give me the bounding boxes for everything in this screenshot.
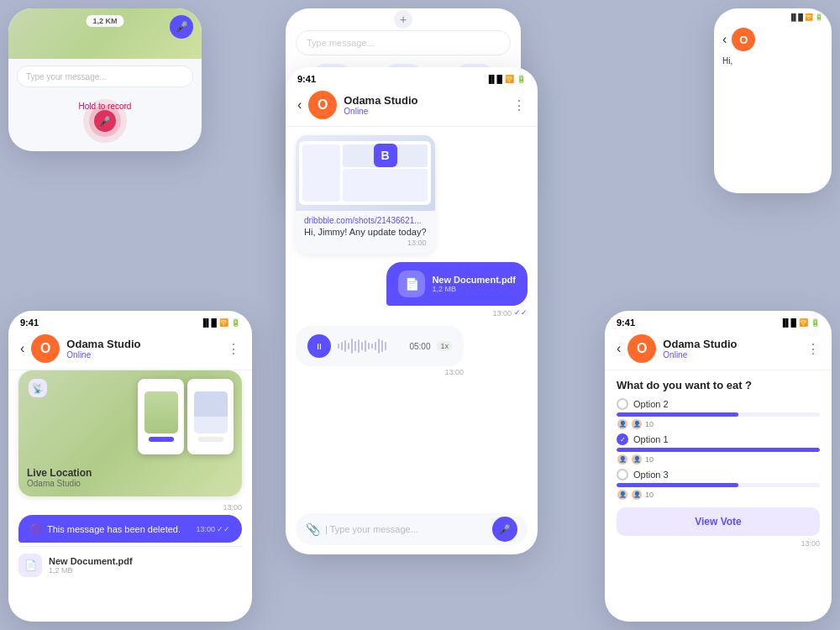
location-document-row: 📄 New Document.pdf 1,2 MB (18, 546, 242, 584)
poll-option-1[interactable]: Option 1 👤 👤 10 (617, 433, 820, 465)
battery-icon: 🔋 (815, 13, 823, 21)
mic-button-main[interactable]: 🎤 (492, 517, 517, 542)
deleted-icon: 🚫 (30, 523, 42, 534)
location-signal-icon: ▐▌█ (201, 318, 217, 327)
poll-option-1-bar-fill (617, 448, 820, 452)
distance-badge: 1,2 KM (86, 15, 123, 27)
location-battery-icon: 🔋 (231, 318, 240, 327)
poll-option-2-count: 👤 👤 10 (617, 418, 820, 430)
poll-option-1-bar-track (617, 448, 820, 452)
poll-contact-avatar: O (627, 334, 656, 363)
poll-question-text: What do you want to eat ? (617, 379, 820, 391)
chat-body: B dribbble.com/shots/21436621... Hi, Jim… (286, 127, 538, 513)
poll-more-button[interactable]: ⋮ (806, 341, 820, 357)
location-more-button[interactable]: ⋮ (227, 341, 240, 357)
link-preview-text: dribbble.com/shots/21436621... Hi, Jimmy… (296, 211, 435, 254)
location-contact-name: Odama Studio (66, 338, 220, 350)
pause-button[interactable]: ⏸ (307, 334, 331, 358)
poll-option-2-bar-fill (617, 412, 738, 417)
audio-speed[interactable]: 1x (437, 341, 452, 351)
poll-avatar-2: 👤 (631, 418, 643, 430)
live-location-map: 📡 ✕ Live Location Odama Studio (18, 370, 242, 496)
poll-avatar-3: 👤 (617, 454, 628, 465)
link-url[interactable]: dribbble.com/shots/21436621... (304, 216, 427, 225)
message-time-link: 13:00 (304, 239, 427, 247)
poll-contact-name: Odama Studio (663, 338, 800, 350)
back-button[interactable]: ‹ (297, 97, 302, 113)
chat-input-placeholder: | Type your message... (325, 524, 487, 534)
poll-avatar-6: 👤 (631, 489, 643, 501)
poll-status-bar: 9:41 ▐▌█ 🛜 🔋 (605, 311, 832, 331)
poll-option-2-radio[interactable] (617, 398, 628, 410)
audio-duration: 05:00 (409, 342, 430, 351)
document-size: 1,2 MB (432, 285, 516, 293)
battery-status-icon: 🔋 (517, 75, 526, 83)
attachment-icon[interactable]: 📎 (306, 522, 320, 536)
poll-sent-time: 13:00 (605, 536, 832, 548)
poll-card: 9:41 ▐▌█ 🛜 🔋 ‹ O Odama Studio Online ⋮ W… (605, 311, 832, 622)
mic-center-button[interactable]: 🎤 (94, 110, 116, 132)
status-bar: 9:41 ▐▌█ 🛜 🔋 (286, 67, 538, 87)
location-contact-status: Online (66, 350, 220, 360)
message-input-placeholder: Type message... (307, 38, 375, 48)
message-input-top[interactable]: Type message... (296, 30, 511, 55)
link-preview-message: B dribbble.com/shots/21436621... Hi, Jim… (296, 135, 435, 254)
poll-option-3-label: Option 3 (617, 469, 820, 480)
wifi-status-icon: 🛜 (505, 75, 514, 83)
location-map-time: 13:00 (18, 503, 242, 512)
poll-option-1-radio[interactable] (617, 433, 628, 445)
voice-input-field[interactable]: Type your message... (17, 66, 193, 87)
poll-back-button[interactable]: ‹ (617, 341, 621, 356)
mic-button-top[interactable]: 🎤 (170, 15, 193, 39)
contact-avatar: O (308, 91, 337, 119)
view-vote-button[interactable]: View Vote (617, 507, 820, 536)
read-receipt-icon: ✓✓ (514, 308, 528, 317)
location-doc-icon: 📄 (18, 554, 42, 577)
signal-icon: ▐▌█ (789, 13, 803, 21)
phone-mockup-2 (187, 379, 234, 454)
link-preview-card: B dribbble.com/shots/21436621... Hi, Jim… (296, 135, 435, 254)
mic-pulse-ring[interactable]: 🎤 (83, 99, 127, 143)
location-back-button[interactable]: ‹ (20, 341, 24, 356)
main-chat-card: 9:41 ▐▌█ 🛜 🔋 ‹ O Odama Studio Online ⋮ (286, 67, 538, 554)
deleted-message-time: 13:00 ✓✓ (196, 525, 230, 533)
poll-wifi-icon: 🛜 (799, 318, 808, 327)
poll-battery-icon: 🔋 (811, 318, 820, 327)
back-button-partial[interactable]: ‹ (722, 32, 727, 47)
poll-option-3-count: 👤 👤 10 (617, 489, 820, 501)
contact-status: Online (344, 107, 506, 116)
poll-option-2[interactable]: Option 2 👤 👤 10 (617, 398, 820, 430)
waveform-visual (338, 338, 402, 354)
document-time: 13:00 (492, 309, 512, 318)
chat-input-bar[interactable]: 📎 | Type your message... 🎤 (296, 513, 528, 545)
poll-option-3[interactable]: Option 3 👤 👤 10 (617, 469, 820, 501)
more-button[interactable]: ⋮ (512, 97, 526, 113)
deleted-check-icon: ✓✓ (217, 525, 230, 533)
poll-option-2-bar-track (617, 412, 820, 417)
deleted-message-bubble: 🚫 This message has been deleted. 13:00 ✓… (18, 515, 242, 543)
document-info: New Document.pdf 1,2 MB (432, 275, 516, 293)
location-time: 9:41 (20, 318, 39, 328)
voice-input-placeholder: Type your message... (26, 72, 107, 81)
location-status-icons: ▐▌█ 🛜 🔋 (201, 318, 240, 327)
location-contact-info: Odama Studio Online (66, 338, 220, 360)
voice-card: 1,2 KM 🎤 Type your message... Hold to re… (8, 8, 202, 151)
poll-contact-info: Odama Studio Online (663, 338, 800, 360)
document-file-icon: 📄 (398, 270, 425, 297)
document-name: New Document.pdf (432, 275, 516, 285)
audio-message: ⏸ 05:00 (296, 326, 464, 376)
avatar-partial: O (732, 28, 755, 51)
phone-mockup-1 (138, 379, 184, 454)
deleted-message-text: 🚫 This message has been deleted. (30, 523, 181, 534)
location-contact-avatar: O (31, 334, 60, 363)
poll-avatar-4: 👤 (631, 454, 643, 465)
poll-option-3-radio[interactable] (617, 469, 628, 480)
location-chat-header: ‹ O Odama Studio Online ⋮ (8, 331, 252, 370)
attach-top-bar: + (286, 8, 521, 30)
location-status-bar: 9:41 ▐▌█ 🛜 🔋 (8, 311, 252, 331)
plus-button[interactable]: + (394, 10, 412, 29)
chat-header: ‹ O Odama Studio Online ⋮ (286, 87, 538, 127)
location-card: 9:41 ▐▌█ 🛜 🔋 ‹ O Odama Studio Online ⋮ 📡… (8, 311, 252, 622)
contact-name: Odama Studio (344, 94, 506, 107)
signal-bars-icon: ▐▌█ (486, 75, 502, 83)
